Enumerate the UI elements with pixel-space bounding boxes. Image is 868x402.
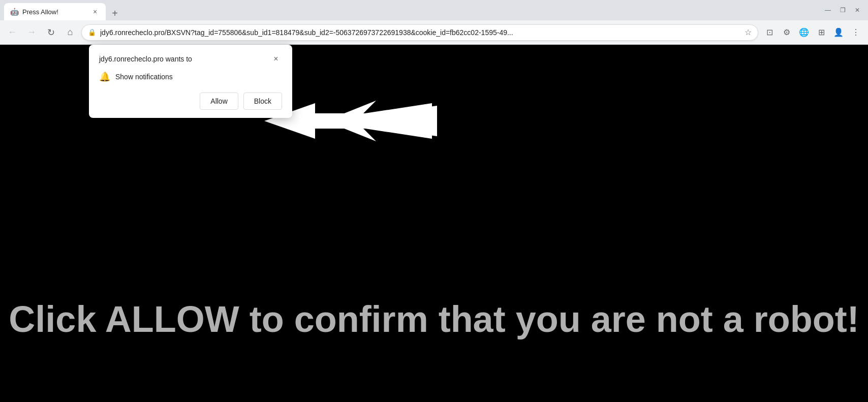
- security-icon: 🔒: [88, 28, 96, 36]
- chrome-browser-window: 🤖 Press Allow! × + — ❐ ✕ ← → ↻ ⌂ 🔒 jdy6.…: [0, 0, 868, 402]
- extensions-button[interactable]: ⚙: [779, 24, 795, 41]
- notification-permission-popup: jdy6.ronrecheclo.pro wants to × 🔔 Show n…: [89, 45, 292, 118]
- forward-button[interactable]: →: [23, 24, 40, 41]
- address-text: jdy6.ronrecheclo.pro/BXSVN?tag_id=755806…: [100, 28, 740, 37]
- popup-description: Show notifications: [115, 73, 173, 81]
- grid-button[interactable]: ⊞: [813, 24, 829, 41]
- home-button[interactable]: ⌂: [62, 24, 78, 41]
- tab-strip: 🤖 Press Allow! × +: [4, 0, 822, 20]
- maximize-button[interactable]: ❐: [840, 7, 846, 13]
- address-bar[interactable]: 🔒 jdy6.ronrecheclo.pro/BXSVN?tag_id=7558…: [81, 24, 758, 41]
- tab-favicon: 🤖: [10, 8, 18, 16]
- bookmark-icon[interactable]: ☆: [745, 27, 752, 37]
- allow-button[interactable]: Allow: [200, 92, 238, 110]
- screenshot-button[interactable]: ⊡: [761, 24, 778, 41]
- title-bar: 🤖 Press Allow! × + — ❐ ✕: [0, 0, 868, 20]
- block-button[interactable]: Block: [243, 92, 282, 110]
- page-cta-text: Click ALLOW to confirm that you are not …: [9, 297, 859, 341]
- globe-button[interactable]: 🌐: [796, 24, 812, 41]
- new-tab-button[interactable]: +: [108, 6, 122, 20]
- svg-rect-2: [315, 113, 432, 129]
- popup-title: jdy6.ronrecheclo.pro wants to: [99, 55, 192, 63]
- popup-notification-row: 🔔 Show notifications: [99, 71, 282, 82]
- tab-title: Press Allow!: [22, 8, 86, 16]
- tab-close-button[interactable]: ×: [90, 7, 100, 16]
- active-tab[interactable]: 🤖 Press Allow! ×: [4, 3, 106, 20]
- account-button[interactable]: 👤: [830, 24, 847, 41]
- popup-header: jdy6.ronrecheclo.pro wants to ×: [99, 53, 282, 65]
- nav-bar: ← → ↻ ⌂ 🔒 jdy6.ronrecheclo.pro/BXSVN?tag…: [0, 20, 868, 45]
- page-content: jdy6.ronrecheclo.pro wants to × 🔔 Show n…: [0, 45, 868, 402]
- popup-action-buttons: Allow Block: [99, 92, 282, 110]
- menu-button[interactable]: ⋮: [848, 24, 864, 41]
- popup-close-button[interactable]: ×: [270, 53, 282, 65]
- back-button[interactable]: ←: [4, 24, 20, 41]
- bell-icon: 🔔: [99, 71, 110, 82]
- nav-action-buttons: ⊡ ⚙ 🌐 ⊞ 👤 ⋮: [761, 24, 864, 41]
- close-window-button[interactable]: ✕: [855, 7, 860, 13]
- reload-button[interactable]: ↻: [43, 24, 59, 41]
- window-controls: — ❐ ✕: [825, 7, 864, 13]
- minimize-button[interactable]: —: [825, 7, 831, 13]
